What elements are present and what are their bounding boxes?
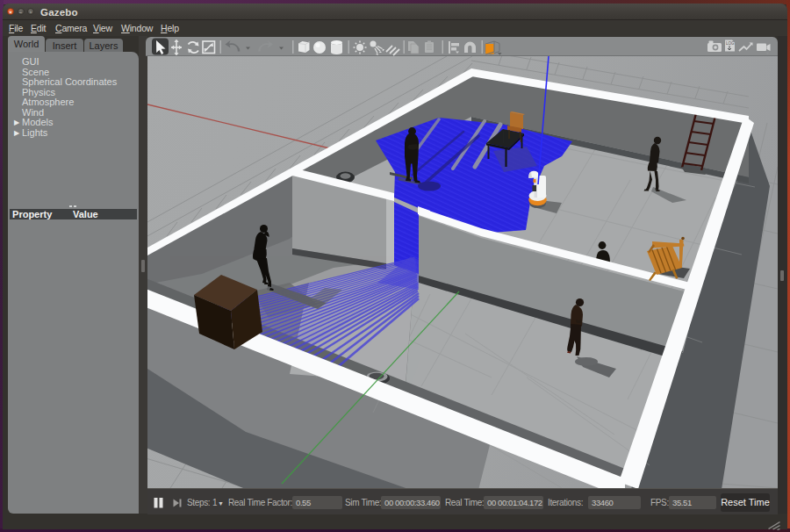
svg-text:LOG: LOG bbox=[726, 41, 735, 46]
